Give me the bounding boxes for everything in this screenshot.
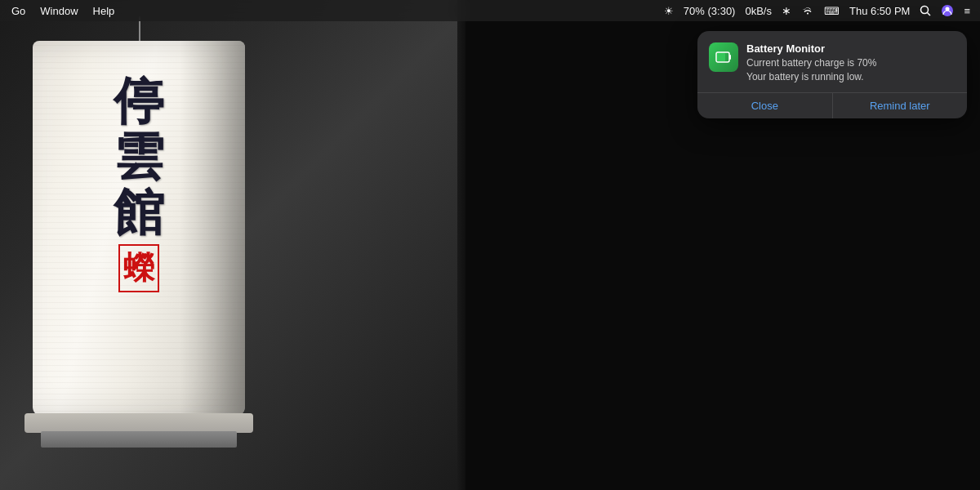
battery-status[interactable]: 70% (3:30) [684,5,736,17]
bluetooth-icon[interactable]: ∗ [782,4,791,17]
notification-actions: Close Remind later [697,92,967,118]
notification-title: Battery Monitor [746,42,956,55]
chinese-char-2: 雲 [114,129,164,185]
battery-notification: Battery Monitor Current battery charge i… [697,31,967,118]
wifi-icon[interactable] [801,6,814,16]
svg-rect-5 [717,53,725,61]
close-button[interactable]: Close [697,93,833,118]
remind-later-button[interactable]: Remind later [833,93,968,118]
menubar-item-go[interactable]: Go [11,5,25,17]
lantern-background: 停 雲 館 蠑 [0,0,466,490]
lantern-shadow [180,41,245,416]
lantern-seal: 蠑 [118,244,159,292]
menubar-item-window[interactable]: Window [40,5,78,17]
lantern-base-bottom [41,431,237,448]
menu-icon[interactable]: ≡ [964,5,970,17]
network-speed: 0kB/s [745,5,772,17]
keyboard-icon[interactable]: ⌨ [824,5,840,17]
chinese-char-1: 停 [114,74,164,129]
search-icon[interactable] [920,5,931,16]
notification-line2: Your battery is running low. [746,71,864,82]
menubar-left: Go Window Help [0,5,114,17]
notification-line1: Current battery charge is 70% [746,57,876,69]
menubar: Go Window Help ☀ 70% (3:30) 0kB/s ∗ ⌨ Th… [0,0,980,21]
svg-line-1 [928,13,931,16]
svg-rect-6 [729,55,731,60]
user-icon[interactable] [941,4,954,17]
notification-text-block: Battery Monitor Current battery charge i… [746,42,956,84]
lantern-text: 停 雲 館 蠑 [114,74,164,292]
menubar-right: ☀ 70% (3:30) 0kB/s ∗ ⌨ Thu 6:50 PM [664,4,980,17]
notification-content: Battery Monitor Current battery charge i… [697,31,967,92]
lantern-base [24,413,253,433]
lantern: 停 雲 館 蠑 [24,16,253,457]
brightness-icon[interactable]: ☀ [664,5,674,17]
svg-point-0 [921,7,929,14]
menubar-item-help[interactable]: Help [93,5,115,17]
datetime[interactable]: Thu 6:50 PM [849,5,910,17]
chinese-char-3: 館 [114,185,164,240]
lantern-body: 停 雲 館 蠑 [33,41,245,416]
notification-body: Current battery charge is 70% Your batte… [746,56,956,84]
notification-app-icon [709,42,738,72]
desktop: 停 雲 館 蠑 Go Window Help ☀ 70% (3:30) 0kB/… [0,0,980,490]
